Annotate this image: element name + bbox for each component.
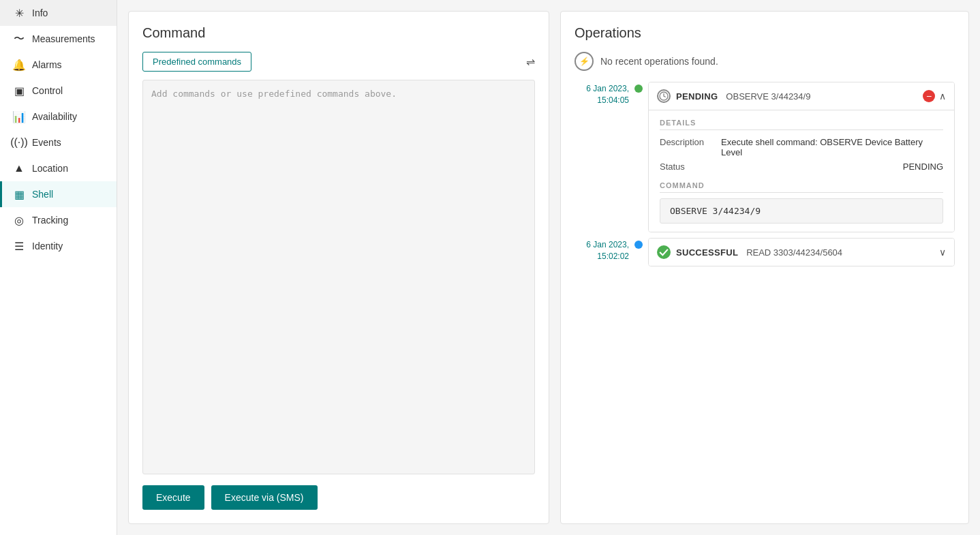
details-label-description: Description (660, 137, 721, 147)
timeline-time-1: 6 Jan 2023, 15:04:05 (575, 82, 629, 106)
sidebar-item-info[interactable]: ✳ Info (0, 0, 117, 26)
terminal-icon: ▦ (13, 188, 25, 200)
sidebar: ✳ Info 〜 Measurements 🔔 Alarms ▣ Control… (0, 0, 117, 535)
op-command-label-1: OBSERVE 3/44234/9 (726, 91, 810, 102)
sidebar-label-info: Info (32, 7, 48, 18)
op-chevron-down-icon[interactable]: ∨ (939, 247, 946, 258)
details-label-status: Status (660, 162, 721, 172)
op-status-label-1: PENDING (676, 91, 718, 102)
sidebar-item-measurements[interactable]: 〜 Measurements (0, 26, 117, 52)
sidebar-item-control[interactable]: ▣ Control (0, 78, 117, 104)
timeline-entry-1: 6 Jan 2023, 15:04:05 PE (575, 82, 955, 232)
execute-button[interactable]: Execute (142, 485, 204, 510)
execute-sms-button[interactable]: Execute via (SMS) (211, 485, 318, 510)
sidebar-label-events: Events (32, 137, 61, 148)
command-panel-title: Command (142, 25, 535, 41)
command-panel: Command Predefined commands ⇌ Execute Ex… (128, 11, 549, 524)
sidebar-item-alarms[interactable]: 🔔 Alarms (0, 52, 117, 78)
op-header-right-2: ∨ (939, 247, 946, 258)
op-header-left-1: PENDING OBSERVE 3/44234/9 (657, 89, 810, 103)
sidebar-label-identity: Identity (32, 241, 63, 251)
details-row-description: Description Execute shell command: OBSER… (660, 137, 943, 157)
command-section-title: COMMAND (660, 181, 943, 193)
bell-icon: 🔔 (13, 59, 25, 71)
operation-card-successful: SUCCESSFUL READ 3303/44234/5604 ∨ (648, 238, 955, 266)
no-ops-icon (575, 52, 594, 71)
details-value-description: Execute shell command: OBSERVE Device Ba… (721, 137, 943, 157)
sidebar-label-control: Control (32, 85, 63, 96)
op-chevron-up-icon[interactable]: ∧ (939, 91, 946, 102)
no-ops-label: No recent operations found. (600, 56, 718, 67)
command-value-box: OBSERVE 3/44234/9 (660, 198, 943, 224)
circle-icon: ◎ (13, 214, 25, 226)
op-header-right-1: − ∧ (923, 90, 946, 102)
sidebar-item-location[interactable]: ▲ Location (0, 155, 117, 181)
timeline-time-2: 6 Jan 2023, 15:02:02 (575, 238, 629, 262)
op-status-label-2: SUCCESSFUL (676, 247, 738, 258)
time-line2-1: 15:04:05 (597, 95, 629, 105)
toolbar-equalizer-icon[interactable]: ⇌ (526, 55, 535, 68)
operation-header-successful[interactable]: SUCCESSFUL READ 3303/44234/5604 ∨ (649, 239, 954, 266)
details-section-title: DETAILS (660, 119, 943, 130)
chart-icon: 〜 (13, 33, 25, 45)
timeline-dot-1 (634, 85, 643, 93)
main-content: Command Predefined commands ⇌ Execute Ex… (117, 0, 980, 535)
no-operations-notice: No recent operations found. (575, 52, 955, 71)
sidebar-label-availability: Availability (32, 111, 77, 122)
operations-panel: Operations No recent operations found. 6… (560, 11, 969, 524)
details-value-status: PENDING (721, 162, 943, 172)
pending-clock-icon (657, 89, 671, 103)
time-line1-1: 6 Jan 2023, (586, 84, 629, 93)
sidebar-label-tracking: Tracking (32, 215, 68, 226)
operation-card-pending: PENDING OBSERVE 3/44234/9 − ∧ DETAILS De… (648, 82, 955, 232)
control-icon: ▣ (13, 85, 25, 97)
command-actions: Execute Execute via (SMS) (142, 485, 535, 510)
sidebar-label-measurements: Measurements (32, 33, 95, 44)
wifi-icon: ((·)) (13, 136, 25, 149)
sidebar-label-shell: Shell (32, 189, 53, 200)
timeline-entry-2: 6 Jan 2023, 15:02:02 SUCCESSFUL (575, 238, 955, 266)
operations-panel-title: Operations (575, 25, 955, 41)
details-row-status: Status PENDING (660, 162, 943, 172)
op-header-left-2: SUCCESSFUL READ 3303/44234/5604 (657, 245, 842, 259)
bar-chart-icon: 📊 (13, 110, 25, 123)
command-toolbar: Predefined commands ⇌ (142, 52, 535, 72)
sidebar-item-events[interactable]: ((·)) Events (0, 129, 117, 155)
timeline: 6 Jan 2023, 15:04:05 PE (575, 82, 955, 272)
operation-header-pending[interactable]: PENDING OBSERVE 3/44234/9 − ∧ (649, 82, 954, 110)
sidebar-label-location: Location (32, 163, 68, 174)
success-check-icon (657, 245, 671, 259)
op-command-label-2: READ 3303/44234/5604 (746, 247, 842, 258)
sidebar-item-shell[interactable]: ▦ Shell (0, 181, 117, 207)
bars-icon: ☰ (13, 240, 25, 252)
asterisk-icon: ✳ (13, 7, 25, 19)
command-textarea[interactable] (142, 80, 535, 474)
timeline-dot-2 (634, 241, 643, 249)
op-remove-button-1[interactable]: − (923, 90, 935, 102)
time-line2-2: 15:02:02 (597, 251, 629, 261)
predefined-commands-button[interactable]: Predefined commands (142, 52, 251, 72)
time-line1-2: 6 Jan 2023, (586, 240, 629, 249)
sidebar-item-tracking[interactable]: ◎ Tracking (0, 207, 117, 233)
sidebar-item-identity[interactable]: ☰ Identity (0, 233, 117, 259)
location-icon: ▲ (13, 162, 25, 174)
sidebar-label-alarms: Alarms (32, 59, 62, 70)
sidebar-item-availability[interactable]: 📊 Availability (0, 104, 117, 129)
operation-details-1: DETAILS Description Execute shell comman… (649, 110, 954, 232)
